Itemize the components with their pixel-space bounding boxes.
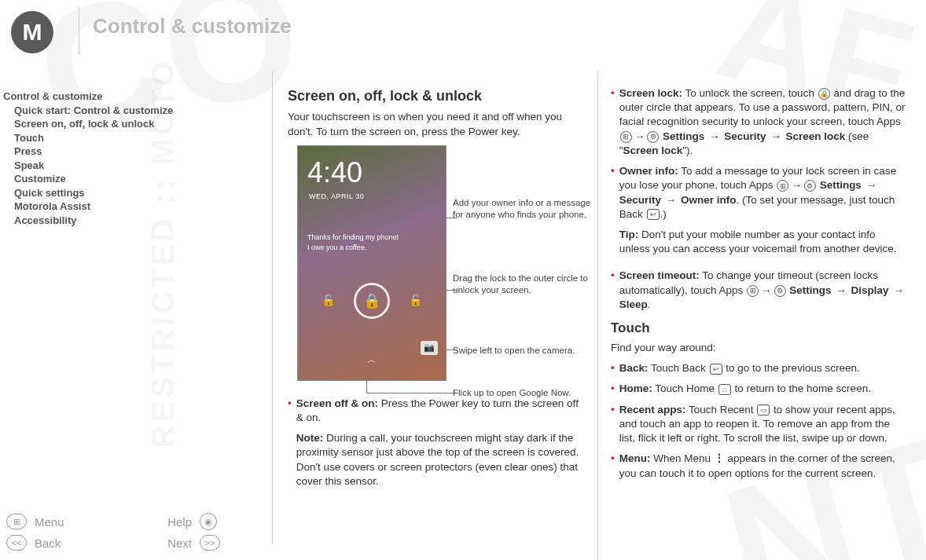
back-arrow-icon: ↩: [710, 364, 722, 375]
owner-info-text: Thanks for finding my phone! I owe you a…: [298, 201, 446, 252]
bullet-screen-timeout: • Screen timeout: To change your timeout…: [611, 269, 907, 312]
back-button[interactable]: Back: [35, 536, 129, 550]
callout-line: [366, 377, 367, 393]
callout-line: [366, 393, 457, 393]
recent-icon: ▭: [757, 404, 770, 415]
section-heading: Screen on, off, lock & unlock: [288, 86, 585, 105]
toc-item[interactable]: Accessibility: [3, 214, 239, 228]
next-button[interactable]: Next: [137, 536, 192, 550]
gear-icon: ⚙: [774, 285, 786, 297]
bottom-nav: ⊞ Menu Help ◉ << Back Next >>: [6, 508, 242, 551]
lock-icon: 🔒: [818, 88, 830, 100]
touch-intro: Find your way around:: [611, 341, 907, 355]
column-1: Screen on, off, lock & unlock Your touch…: [275, 71, 597, 560]
bullet-owner-info: • Owner info: To add a message to your l…: [611, 164, 907, 262]
apps-icon: ⊞: [777, 180, 788, 192]
toc-item[interactable]: Press: [3, 145, 239, 159]
back-icon[interactable]: <<: [6, 535, 27, 551]
back-arrow-icon: ↩: [647, 209, 660, 220]
bullet-menu: •Menu: When Menu ⋮ appears in the corner…: [611, 452, 907, 480]
toc-root[interactable]: Control & customize: [3, 90, 239, 104]
page-title: Control & customize: [93, 14, 292, 38]
next-icon[interactable]: >>: [200, 535, 220, 551]
callout-owner: Add your owner info or a message for any…: [453, 197, 594, 221]
unlock-target-icon: 🔓: [409, 293, 422, 308]
callout-camera: Swipe left to open the camera.: [453, 345, 575, 357]
column-divider: [272, 71, 273, 544]
toc-item[interactable]: Motorola Assist: [3, 199, 239, 214]
help-button[interactable]: Help: [137, 515, 192, 529]
bullet-home: •Home: Touch Home ⌂ to return to the hom…: [611, 382, 907, 396]
lockscreen-mock: 4:40 WED, APRIL 30 Thanks for finding my…: [297, 145, 446, 381]
chevron-up-icon: ︿: [298, 353, 446, 366]
callout-gnow: Flick up to open Google Now.: [453, 387, 571, 400]
home-icon: ⌂: [718, 384, 731, 395]
header-divider: [79, 8, 79, 55]
bullet-screen-off-on: • Screen off & on: Press the Power key t…: [288, 397, 585, 495]
toc-item[interactable]: Customize: [3, 172, 239, 186]
toc-item[interactable]: Screen on, off, lock & unlock: [3, 117, 239, 131]
table-of-contents: Control & customize Quick start: Control…: [3, 90, 239, 227]
column-2: • Screen lock: To unlock the screen, tou…: [597, 71, 920, 560]
menu-button[interactable]: Menu: [35, 515, 129, 529]
apps-icon: ⊞: [747, 285, 759, 297]
apps-icon: ⊞: [620, 131, 632, 143]
intro-text: Your touchscreen is on when you need it …: [288, 110, 585, 138]
toc-item[interactable]: Quick settings: [3, 186, 239, 200]
bullet-back: •Back: Touch Back ↩ to go to the previou…: [611, 361, 907, 375]
clock-time: 4:40: [298, 146, 446, 192]
help-icon[interactable]: ◉: [200, 513, 217, 530]
gear-icon: ⚙: [804, 180, 816, 192]
unlock-open-icon: 🔓: [322, 293, 335, 308]
menu-icon[interactable]: ⊞: [6, 514, 27, 529]
bullet-recent: •Recent apps: Touch Recent ▭ to show you…: [611, 403, 907, 446]
motorola-logo: M: [11, 11, 53, 53]
callout-line: [402, 218, 457, 218]
lock-icon: 🔒: [354, 283, 390, 319]
bullet-screen-lock: • Screen lock: To unlock the screen, tou…: [611, 86, 907, 158]
clock-date: WED, APRIL 30: [298, 192, 446, 201]
callout-line: [390, 290, 457, 291]
toc-item[interactable]: Touch: [3, 131, 239, 145]
callout-drag: Drag the lock to the outer circle to unl…: [453, 273, 594, 297]
toc-item[interactable]: Quick start: Control & customize: [3, 104, 239, 118]
menu-dots-icon: ⋮: [714, 452, 725, 464]
section-heading-touch: Touch: [611, 320, 907, 338]
gear-icon: ⚙: [647, 131, 659, 143]
toc-item[interactable]: Speak: [3, 159, 239, 173]
